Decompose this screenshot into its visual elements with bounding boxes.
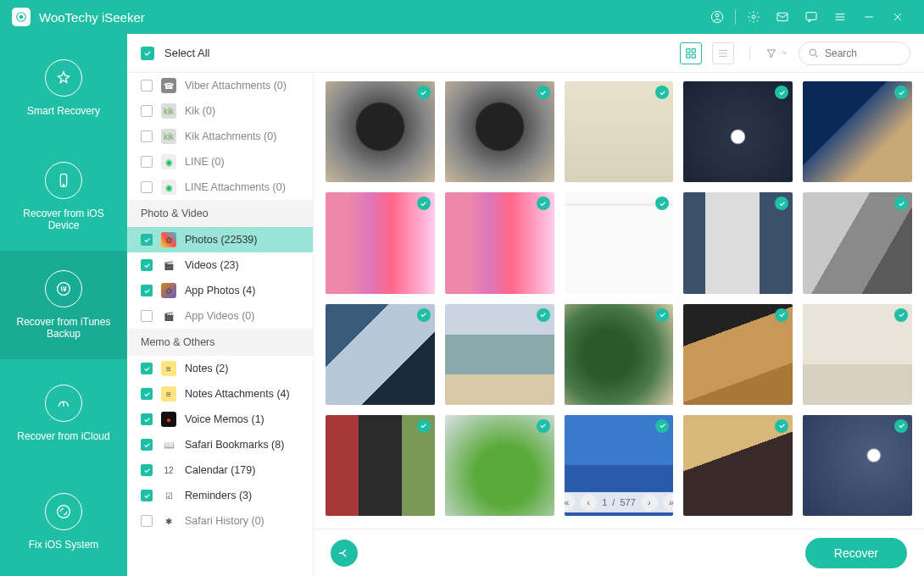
prev-page-button[interactable]: ‹ [580,494,597,511]
category-icon: ● [161,412,176,427]
category-icon: ✿ [161,283,176,298]
search-input[interactable] [825,47,901,59]
last-page-button[interactable]: » [663,494,674,511]
category-icon: ◉ [161,154,176,169]
first-page-button[interactable]: « [565,494,576,511]
photo-thumbnail[interactable]: « ‹ 1 / 577 › » [565,415,674,516]
category-icon: ≡ [161,361,176,376]
category-icon: ✱ [161,513,176,529]
category-checkbox[interactable] [141,363,153,374]
nav-label: Fix iOS System [29,539,99,551]
category-checkbox[interactable] [141,285,153,296]
account-icon[interactable] [703,0,732,34]
select-all-checkbox[interactable] [141,47,154,60]
search-box[interactable] [799,42,910,65]
photo-thumbnail[interactable] [445,192,554,293]
category-checkbox[interactable] [141,105,153,117]
photo-thumbnail[interactable] [683,415,793,516]
category-item[interactable]: ✿App Photos (4) [127,278,313,303]
category-checkbox[interactable] [141,130,153,142]
category-item[interactable]: kikKik Attachments (0) [127,124,313,149]
category-item[interactable]: ≡Notes (2) [127,356,313,381]
category-checkbox[interactable] [141,259,153,271]
svg-point-1 [19,15,24,19]
pagination: « ‹ 1 / 577 › » [565,492,674,512]
category-item[interactable]: 📖Safari Bookmarks (8) [127,432,313,457]
category-item[interactable]: ≡Notes Attachments (4) [127,381,313,407]
category-checkbox[interactable] [141,413,153,425]
category-item[interactable]: ◉LINE Attachments (0) [127,174,313,200]
selected-tick-icon [894,419,908,433]
feedback-icon[interactable] [797,0,826,34]
nav-label: Recover from iOS Device [8,208,119,231]
photo-thumbnail[interactable] [445,415,554,516]
category-item[interactable]: ●Voice Memos (1) [127,407,313,432]
close-icon[interactable] [883,0,912,34]
minimize-icon[interactable] [854,0,883,34]
selected-tick-icon [537,197,550,210]
photo-thumbnail[interactable] [565,81,674,182]
category-checkbox[interactable] [141,234,153,246]
back-button[interactable] [331,540,358,567]
category-checkbox[interactable] [141,80,153,91]
svg-rect-5 [777,13,788,20]
photo-thumbnail[interactable] [445,81,554,182]
photo-thumbnail[interactable] [803,192,912,293]
category-item[interactable]: 12Calendar (179) [127,457,313,483]
svg-rect-6 [806,13,816,20]
nav-item[interactable]: Smart Recovery [0,34,127,142]
grid-view-button[interactable] [680,42,702,64]
svg-point-15 [810,49,815,55]
category-label: App Photos (4) [185,285,255,296]
category-checkbox[interactable] [141,490,153,501]
category-checkbox[interactable] [141,388,153,400]
photo-thumbnail[interactable] [683,192,793,293]
category-item[interactable]: ☑Reminders (3) [127,483,313,508]
category-checkbox[interactable] [141,464,153,476]
photo-thumbnail[interactable] [803,81,912,182]
category-item[interactable]: 🎬App Videos (0) [127,303,313,329]
category-checkbox[interactable] [141,439,153,451]
photo-thumbnail[interactable] [565,304,674,405]
photo-thumbnail[interactable] [683,81,793,182]
photo-thumbnail[interactable] [326,415,435,516]
photo-thumbnail[interactable] [803,304,912,405]
settings-icon[interactable] [739,0,768,34]
nav-item[interactable]: Recover from iOS Device [0,142,127,251]
photo-thumbnail[interactable] [683,304,793,405]
photo-thumbnail[interactable] [445,304,554,405]
category-item[interactable]: ☎Viber Attachments (0) [127,73,313,98]
photo-thumbnail[interactable] [326,81,435,182]
recover-button[interactable]: Recover [805,538,907,568]
category-item[interactable]: 🎬Videos (23) [127,252,313,278]
photo-thumbnail[interactable] [326,304,435,405]
category-checkbox[interactable] [141,310,153,322]
category-checkbox[interactable] [141,515,153,527]
sidebar-nav: Smart RecoveryRecover from iOS DeviceRec… [0,34,127,576]
selected-tick-icon [537,86,550,99]
category-label: Viber Attachments (0) [185,80,287,91]
search-icon [808,47,820,59]
nav-item[interactable]: Fix iOS System [0,468,127,576]
mail-icon[interactable] [768,0,797,34]
nav-item[interactable]: Recover from iTunes Backup [0,251,127,359]
category-checkbox[interactable] [141,156,153,168]
filter-button[interactable] [765,47,788,59]
nav-item[interactable]: Recover from iCloud [0,359,127,468]
category-checkbox[interactable] [141,181,153,193]
category-item[interactable]: ✱Safari History (0) [127,508,313,534]
category-item[interactable]: ◉LINE (0) [127,149,313,174]
title-bar: WooTechy iSeeker [0,0,924,34]
photo-thumbnail[interactable] [803,415,912,516]
svg-rect-14 [692,54,695,58]
category-icon: ☎ [161,78,176,93]
svg-point-4 [752,15,755,19]
photo-thumbnail[interactable] [565,192,674,293]
list-view-button[interactable] [712,42,734,64]
menu-icon[interactable] [826,0,854,34]
category-label: Kik (0) [185,105,215,117]
next-page-button[interactable]: › [641,494,658,511]
category-item[interactable]: kikKik (0) [127,98,313,124]
photo-thumbnail[interactable] [326,192,435,293]
category-item[interactable]: ✿Photos (22539) [127,227,313,252]
